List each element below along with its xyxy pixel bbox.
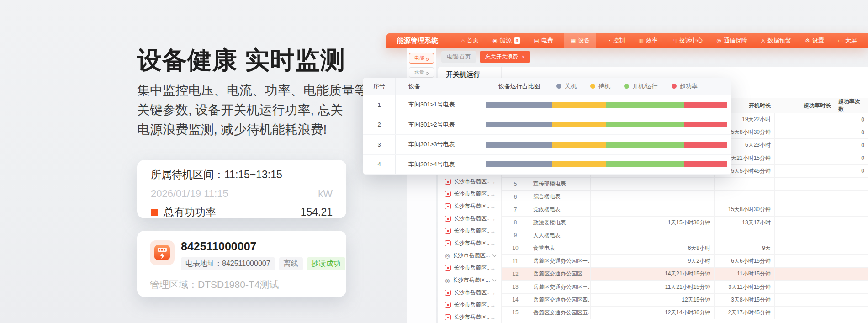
nav-item[interactable]: ⌂ 首页 xyxy=(459,33,482,48)
col-header-over-duration: 超功率时长 xyxy=(774,98,835,113)
tree-item[interactable]: ◎ 长沙市岳麓区... → xyxy=(438,286,501,299)
arrow-right-icon: → xyxy=(490,179,496,185)
tree-item[interactable]: ◎ 长沙市岳麓区... → xyxy=(438,262,501,274)
nav-label: 能源 xyxy=(500,37,512,45)
cell-standby-duration: 12天15分钟 xyxy=(590,294,714,306)
nav-item[interactable]: ◳ 投诉中心 xyxy=(669,33,705,48)
tree-item[interactable]: ◎ 长沙市岳麓区... → xyxy=(438,175,501,188)
tab-water[interactable]: 水量 xyxy=(409,67,434,78)
tree-item[interactable]: ◎ 长沙市岳麓区... → xyxy=(438,311,501,323)
cell-index: 7 xyxy=(502,203,529,216)
group-location-icon: ◎ xyxy=(445,253,450,259)
nav-item[interactable]: ▭ 大屏 xyxy=(835,33,860,48)
cell-over-count xyxy=(835,255,868,267)
page-tab-label: 忘关开关浪费 xyxy=(485,53,518,61)
group-location-icon: ◎ xyxy=(445,278,450,283)
cell-over-count xyxy=(835,307,868,319)
app-top-bar: 能源管理系统 ⌂ 首页 ◉ 能源 0 ▤ 电费 ▦ 设备 xyxy=(386,33,868,48)
cell-index: 14 xyxy=(502,294,529,306)
tab-energy[interactable]: 电能 xyxy=(409,53,434,64)
cell-index: 8 xyxy=(502,217,529,229)
tree-item[interactable]: ◎ 长沙市岳麓区... → xyxy=(438,249,501,262)
tree-item[interactable]: ◎ 长沙市岳麓区... → xyxy=(438,212,501,225)
cell-on-duration: 3天11小时15分钟 xyxy=(714,281,774,293)
cell-index: 6 xyxy=(502,191,529,203)
overlay-row[interactable]: 3 车间301>3号电表 xyxy=(363,135,731,155)
tab-energy-label: 电能 xyxy=(414,55,424,62)
table-row[interactable]: 10 食堂电表 6天8小时 9天 xyxy=(502,242,868,255)
series-label: 总有功功率 xyxy=(164,205,216,219)
standby-interval-label: 所属待机区间：11:15~13:15 xyxy=(151,168,333,182)
cell-index: 9 xyxy=(502,229,529,242)
legend-dot xyxy=(556,84,561,89)
tab-water-label: 水量 xyxy=(414,69,424,76)
overlay-row[interactable]: 4 车间301>4号电表 xyxy=(363,155,731,175)
overlay-cell-index: 2 xyxy=(363,121,395,128)
meter-icon xyxy=(445,216,451,222)
legend-item: 关机 xyxy=(556,82,577,90)
cell-over-duration xyxy=(774,281,835,293)
nav-item[interactable]: ⚙ 设置 xyxy=(802,33,827,48)
nav-item[interactable]: ◬ 数据预警 xyxy=(758,33,794,48)
tree-item[interactable]: ◎ 长沙市岳麓区... → xyxy=(438,274,501,286)
table-row[interactable]: 15 岳麓区交通办公园区五... 12天14小时30分钟 2天17小时45分钟 xyxy=(502,307,868,319)
nav-item[interactable]: ▤ 电费 xyxy=(531,33,556,48)
nav-item[interactable]: ◎ 通信保障 xyxy=(714,33,750,48)
breadcrumb-home-tab[interactable]: 电能·首页 xyxy=(441,51,476,63)
tree-item[interactable]: ◎ 长沙市岳麓区... → xyxy=(438,188,501,200)
nav-icon: ⌂ xyxy=(461,38,465,43)
arrow-right-icon: → xyxy=(490,265,496,271)
table-row[interactable]: 12 岳麓区交通办公园区二... 14天21小时15分钟 11小时15分钟 xyxy=(502,268,868,281)
cell-over-count xyxy=(835,229,868,242)
tree-item[interactable]: ◎ 长沙市岳麓区... → xyxy=(438,237,501,249)
overlay-rows: 1 车间301>1号电表 2 车间301>2号电表 3 车间301>3号电表 4… xyxy=(363,95,731,175)
status-stacked-bar xyxy=(486,122,727,127)
cell-over-duration xyxy=(774,307,835,319)
table-row[interactable]: 8 政法委楼电表 1天15小时30分钟 13天17小时 xyxy=(502,217,868,229)
chevron-down-icon xyxy=(492,278,496,281)
arrow-right-icon: → xyxy=(490,240,496,247)
tree-item-label: 长沙市岳麓区... xyxy=(454,215,490,222)
status-stacked-bar xyxy=(486,142,727,148)
overlay-row[interactable]: 2 车间301>2号电表 xyxy=(363,115,731,135)
nav-label: 控制 xyxy=(613,37,625,45)
nav-item[interactable]: ◔ 控制 xyxy=(604,33,627,48)
cell-index: 11 xyxy=(502,255,529,267)
cell-on-duration: 9天 xyxy=(714,242,774,254)
tree-item[interactable]: ◎ 长沙市岳麓区... → xyxy=(438,225,501,237)
tree-item[interactable]: ◎ 长沙市岳麓区... → xyxy=(438,200,501,212)
series-color-swatch xyxy=(151,209,158,216)
cell-over-duration xyxy=(774,242,835,254)
nav-label: 投诉中心 xyxy=(679,37,703,45)
meter-icon xyxy=(445,290,451,296)
breadcrumb-home-label: 电能·首页 xyxy=(447,53,471,61)
cell-over-duration xyxy=(774,191,835,203)
overlay-col-index: 序号 xyxy=(363,82,395,90)
cell-over-duration xyxy=(774,178,835,190)
table-row[interactable]: 9 人大楼电表 xyxy=(502,229,868,242)
legend-label: 开机/运行 xyxy=(632,82,658,90)
nav-item[interactable]: ▦ 设备 xyxy=(564,33,596,48)
table-row[interactable]: 6 综合楼电表 xyxy=(502,191,868,203)
overlay-col-device: 设备 xyxy=(395,78,480,95)
promo-description: 集中监控电压、电流、功率、电能质量等关键参数, 设备开关机运行功率, 忘关电源浪… xyxy=(137,80,367,139)
table-row[interactable]: 5 宣传部楼电表 xyxy=(502,178,868,191)
arrow-right-icon: → xyxy=(490,302,496,308)
table-row[interactable]: 13 岳麓区交通办公园区三... 11天21小时15分钟 3天11小时15分钟 xyxy=(502,281,868,293)
table-row[interactable]: 11 岳麓区交通办公园区一... 9天2小时 6天6小时15分钟 xyxy=(502,255,868,268)
nav-item[interactable]: ◉ 能源 0 xyxy=(490,33,523,48)
arrow-right-icon: → xyxy=(490,228,496,234)
meter-icon xyxy=(445,240,451,246)
nav-badge: 0 xyxy=(514,37,520,44)
close-icon[interactable]: × xyxy=(522,54,525,60)
table-row[interactable]: 14 岳麓区交通办公园区四... 12天15分钟 3天8小时15分钟 xyxy=(502,294,868,307)
table-row[interactable]: 7 党政楼电表 15天8小时30分钟 xyxy=(502,203,868,216)
legend-label: 超功率 xyxy=(680,82,698,90)
page-tab-active[interactable]: 忘关开关浪费 × xyxy=(480,51,530,63)
nav-item[interactable]: ▥ 效率 xyxy=(635,33,660,48)
arrow-right-icon: → xyxy=(490,191,496,197)
tree-item-label: 长沙市岳麓区... xyxy=(454,301,490,309)
overlay-cell-device: 车间301>1号电表 xyxy=(395,95,480,115)
tree-item[interactable]: ◎ 长沙市岳麓区... → xyxy=(438,299,501,311)
overlay-row[interactable]: 1 车间301>1号电表 xyxy=(363,95,731,115)
